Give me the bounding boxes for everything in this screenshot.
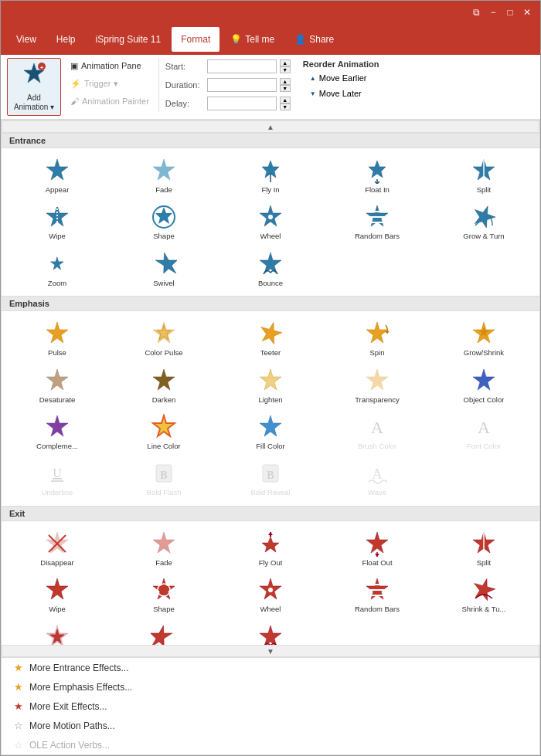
svg-marker-39: [366, 369, 388, 390]
menu-view[interactable]: View: [7, 27, 46, 52]
animation-scroll-area[interactable]: Entrance Appear Fade: [2, 133, 539, 645]
svg-marker-26: [154, 253, 177, 273]
wave-icon: A: [363, 459, 391, 487]
anim-bold-reveal[interactable]: B Bold Reveal: [218, 456, 323, 500]
emphasis-section-header: Emphasis: [2, 296, 539, 311]
anim-complement[interactable]: Compleme...: [5, 409, 110, 454]
maximize-button[interactable]: □: [503, 5, 517, 19]
anim-float-out[interactable]: Float Out: [325, 526, 430, 571]
anim-fade[interactable]: Fade: [111, 153, 216, 198]
svg-marker-43: [260, 415, 281, 436]
wheel-label: Wheel: [260, 232, 281, 240]
exit-star-icon: ★: [14, 700, 23, 712]
anim-line-color[interactable]: Line Color: [111, 409, 216, 454]
svg-marker-32: [366, 322, 388, 343]
anim-wipe-exit[interactable]: Wipe: [5, 572, 110, 617]
anim-swivel-exit[interactable]: Swivel: [111, 619, 216, 645]
start-up[interactable]: ▲: [280, 59, 291, 66]
anim-brush-color[interactable]: A Brush Color: [325, 409, 430, 454]
anim-fade-exit[interactable]: Fade: [111, 526, 216, 571]
anim-zoom[interactable]: Zoom: [5, 246, 110, 291]
menu-share[interactable]: 👤 Share: [285, 27, 343, 52]
anim-desaturate[interactable]: Desaturate: [5, 363, 110, 408]
move-earlier-button[interactable]: ▲ Move Earlier: [303, 70, 379, 86]
anim-wipe[interactable]: Wipe: [5, 199, 110, 244]
minimize-button[interactable]: −: [486, 5, 500, 19]
anim-grow-turn[interactable]: Grow & Turn: [431, 199, 536, 244]
anim-bold-flash[interactable]: B Bold Flash: [111, 456, 216, 500]
delay-up[interactable]: ▲: [280, 97, 291, 103]
menu-tell-me[interactable]: 💡 Tell me: [221, 27, 284, 52]
restore-button[interactable]: ⧉: [469, 5, 483, 19]
anim-shape[interactable]: Shape: [111, 199, 216, 244]
anim-color-pulse[interactable]: Color Pulse: [111, 316, 216, 361]
appear-label: Appear: [46, 185, 70, 194]
ole-star-icon: ☆: [14, 739, 23, 751]
anim-teeter[interactable]: Teeter: [218, 316, 323, 361]
more-motion-link[interactable]: ☆ More Motion Paths...: [2, 716, 539, 735]
anim-split[interactable]: Split: [431, 153, 536, 198]
start-down[interactable]: ▼: [280, 66, 291, 73]
anim-pulse[interactable]: Pulse: [5, 316, 110, 361]
scroll-down-button[interactable]: ▼: [2, 645, 539, 657]
move-later-button[interactable]: ▼ Move Later: [303, 86, 379, 101]
ole-action-link[interactable]: ☆ OLE Action Verbs...: [2, 735, 539, 754]
anim-font-color[interactable]: A Font Color: [431, 409, 536, 454]
anim-bounce[interactable]: Bounce: [218, 246, 323, 291]
anim-float-in[interactable]: Float In: [325, 153, 430, 198]
anim-lighten[interactable]: Lighten: [218, 363, 323, 408]
more-entrance-link[interactable]: ★ More Entrance Effects...: [2, 658, 539, 677]
svg-marker-23: [471, 204, 497, 229]
anim-spin[interactable]: Spin: [325, 316, 430, 361]
anim-wave[interactable]: A Wave: [325, 456, 430, 500]
anim-swivel[interactable]: Swivel: [111, 246, 216, 291]
animation-painter-button[interactable]: 🖌 Animation Painter: [67, 95, 152, 107]
close-button[interactable]: ✕: [520, 5, 534, 19]
delay-input[interactable]: [207, 97, 277, 110]
anim-split-exit[interactable]: Split: [431, 526, 536, 571]
menu-help[interactable]: Help: [47, 27, 85, 52]
random-bars-exit-icon: [363, 576, 391, 604]
anim-wheel-exit[interactable]: Wheel: [218, 572, 323, 617]
anim-grow-shrink[interactable]: Grow/Shrink: [431, 316, 536, 361]
bold-flash-icon: B: [150, 459, 178, 487]
scroll-up-button[interactable]: ▲: [2, 120, 539, 133]
complement-label: Compleme...: [36, 442, 78, 450]
swivel-exit-icon: [150, 623, 178, 645]
anim-wheel[interactable]: Wheel: [218, 199, 323, 244]
more-emphasis-link[interactable]: ★ More Emphasis Effects...: [2, 677, 539, 697]
anim-shape-exit[interactable]: Shape: [111, 572, 216, 617]
anim-bounce-exit[interactable]: Bounce: [218, 619, 323, 645]
object-color-icon: [470, 367, 498, 395]
add-animation-button[interactable]: + AddAnimation ▾: [7, 58, 61, 116]
animation-pane-button[interactable]: ▣ Animation Pane: [67, 59, 145, 73]
anim-darken[interactable]: Darken: [111, 363, 216, 408]
anim-random-bars-exit[interactable]: Random Bars: [325, 572, 430, 617]
duration-input[interactable]: [207, 78, 277, 92]
start-input[interactable]: [207, 59, 277, 73]
anim-fly-out[interactable]: Fly Out: [218, 526, 323, 571]
anim-appear[interactable]: Appear: [5, 153, 110, 198]
duration-up[interactable]: ▲: [280, 78, 291, 85]
more-exit-link[interactable]: ★ More Exit Effects...: [2, 697, 539, 716]
menu-ispring[interactable]: iSpring Suite 11: [86, 27, 170, 52]
anim-object-color[interactable]: Object Color: [431, 363, 536, 408]
anim-fly-in[interactable]: Fly In: [218, 153, 323, 198]
delay-down[interactable]: ▼: [280, 103, 291, 110]
font-color-icon: A: [470, 413, 498, 441]
anim-fill-color[interactable]: Fill Color: [218, 409, 323, 454]
transparency-icon: [363, 367, 391, 395]
random-bars-exit-label: Random Bars: [355, 605, 400, 613]
anim-disappear[interactable]: Disappear: [5, 526, 110, 571]
spin-label: Spin: [369, 348, 384, 357]
menu-format[interactable]: Format: [172, 27, 219, 52]
anim-zoom-exit[interactable]: Zoom: [5, 619, 110, 645]
trigger-button[interactable]: ⚡ Trigger ▾: [67, 77, 121, 90]
anim-shrink-turn[interactable]: Shrink & Tu...: [431, 572, 536, 617]
svg-marker-60: [366, 532, 388, 553]
svg-text:A: A: [373, 466, 383, 482]
duration-down[interactable]: ▼: [280, 85, 291, 92]
anim-transparency[interactable]: Transparency: [325, 363, 430, 408]
anim-random-bars[interactable]: Random Bars: [325, 199, 430, 244]
anim-underline[interactable]: U Underline: [5, 456, 110, 500]
